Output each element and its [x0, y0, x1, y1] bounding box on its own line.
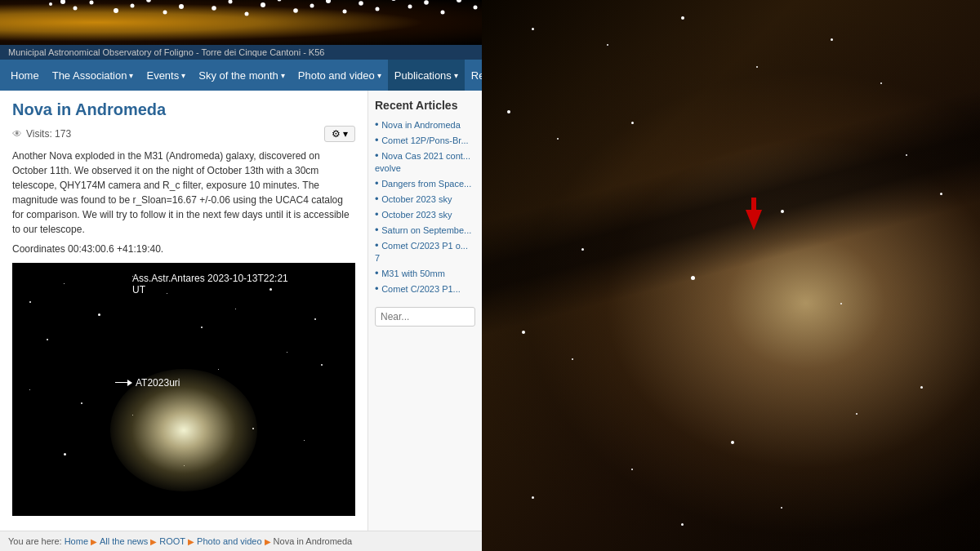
right-panel: [482, 0, 980, 551]
nav-bar: Home The Association ▾ Events ▾ Sky of t…: [0, 60, 482, 91]
meta-row: 👁 Visits: 173 ⚙ ▾: [12, 126, 355, 142]
list-item: Nova in Andromeda: [375, 118, 475, 131]
nav-home[interactable]: Home: [4, 60, 46, 91]
image-label: Ass.Astr.Antares 2023-10-13T22:21 UT: [132, 273, 304, 295]
sidebar: Recent Articles Nova in Andromeda Comet …: [368, 91, 482, 531]
red-arrow-icon: [746, 210, 762, 230]
list-item: Nova Cas 2021 cont... evolve: [375, 149, 475, 174]
rstar: [731, 441, 734, 444]
article-link-6[interactable]: Saturn on Septembe...: [381, 225, 471, 235]
star: [235, 309, 236, 309]
rstar: [906, 154, 907, 156]
breadcrumb-home[interactable]: Home: [65, 536, 88, 546]
nav-sky-arrow: ▾: [281, 71, 285, 80]
star: [47, 339, 48, 340]
rstar: [856, 413, 858, 415]
recent-articles-list: Nova in Andromeda Comet 12P/Pons-Br... N…: [375, 118, 475, 295]
nova-arrow-icon: [115, 382, 131, 383]
star: [98, 313, 100, 316]
article-link-9[interactable]: Comet C/2023 P1...: [381, 284, 461, 294]
site-subtitle-text: Municipal Astronomical Observatory of Fo…: [8, 47, 324, 57]
main-content: Nova in Andromeda 👁 Visits: 173 ⚙ ▾ Anot…: [0, 91, 368, 531]
list-item: Saturn on Septembe...: [375, 224, 475, 236]
nav-research[interactable]: Research ▾: [465, 60, 482, 91]
nav-photo[interactable]: Photo and video ▾: [292, 60, 388, 91]
rstar: [557, 138, 559, 140]
rstar: [607, 44, 608, 46]
rstar: [781, 210, 784, 213]
rstar: [532, 28, 534, 30]
star: [64, 453, 66, 455]
star: [64, 283, 65, 284]
nav-association-arrow: ▾: [129, 71, 133, 80]
header-image: [0, 0, 482, 45]
rstar: [522, 331, 525, 334]
article-link-3[interactable]: Dangers from Space...: [381, 179, 471, 189]
star: [201, 327, 203, 328]
list-item: Comet C/2023 P1 o... 7: [375, 239, 475, 264]
content-area: Nova in Andromeda 👁 Visits: 173 ⚙ ▾ Anot…: [0, 91, 482, 531]
star: [314, 318, 316, 320]
list-item: Comet C/2023 P1...: [375, 282, 475, 295]
nav-association[interactable]: The Association ▾: [46, 60, 140, 91]
rstar: [631, 122, 634, 124]
list-item: Dangers from Space...: [375, 177, 475, 189]
list-item: October 2023 sky: [375, 193, 475, 205]
list-item: October 2023 sky: [375, 208, 475, 220]
article-body: Another Nova exploded in the M31 (Androm…: [12, 149, 355, 237]
article-link-0[interactable]: Nova in Andromeda: [381, 120, 461, 130]
gear-button[interactable]: ⚙ ▾: [324, 126, 355, 142]
rstar: [691, 276, 695, 280]
star: [29, 301, 31, 303]
breadcrumb-photo[interactable]: Photo and video: [197, 536, 262, 546]
nova-indicator: [746, 210, 762, 230]
article-link-2[interactable]: Nova Cas 2021 cont... evolve: [375, 151, 470, 173]
list-item: M31 with 50mm: [375, 267, 475, 279]
star: [321, 364, 323, 366]
rstar: [581, 248, 584, 251]
article-link-4[interactable]: October 2023 sky: [381, 194, 452, 204]
nova-label: AT2023uri: [115, 377, 180, 389]
breadcrumb-label: You are here:: [8, 536, 62, 546]
article-link-7[interactable]: Comet C/2023 P1 o... 7: [375, 241, 468, 263]
rstar: [532, 496, 534, 499]
nav-publications[interactable]: Publications ▾: [388, 60, 465, 91]
sidebar-title: Recent Articles: [375, 99, 475, 112]
eye-icon: 👁: [12, 128, 22, 140]
nav-events-arrow: ▾: [181, 71, 185, 80]
nav-photo-arrow: ▾: [377, 71, 381, 80]
star: [29, 389, 30, 390]
rstar: [781, 507, 782, 509]
visits-count: Visits: 173: [26, 128, 71, 140]
bc-sep-1: ▶: [91, 537, 97, 546]
nav-events[interactable]: Events ▾: [140, 60, 192, 91]
article-link-1[interactable]: Comet 12P/Pons-Br...: [381, 136, 468, 145]
breadcrumb-root[interactable]: ROOT: [159, 536, 185, 546]
breadcrumb-current: Nova in Andromeda: [274, 536, 353, 546]
rstar: [756, 66, 758, 68]
right-photo: [482, 0, 980, 551]
bc-sep-3: ▶: [188, 537, 194, 546]
nav-publications-arrow: ▾: [454, 71, 458, 80]
rstar: [572, 358, 573, 360]
list-item: Comet 12P/Pons-Br...: [375, 134, 475, 146]
coordinates: Coordinates 00:43:00.6 +41:19:40.: [12, 243, 355, 255]
article-link-8[interactable]: M31 with 50mm: [381, 269, 445, 278]
bc-sep-2: ▶: [150, 537, 157, 546]
page-title: Nova in Andromeda: [12, 100, 355, 119]
article-link-5[interactable]: October 2023 sky: [381, 210, 452, 220]
visits-info: 👁 Visits: 173: [12, 128, 71, 140]
star: [304, 440, 305, 441]
rstar: [507, 110, 510, 113]
breadcrumb-allnews[interactable]: All the news: [100, 536, 148, 546]
breadcrumb: You are here: Home ▶ All the news ▶ ROOT…: [0, 531, 482, 551]
nav-sky[interactable]: Sky of the month ▾: [192, 60, 292, 91]
left-panel: Municipal Astronomical Observatory of Fo…: [0, 0, 482, 551]
bc-sep-4: ▶: [265, 537, 271, 546]
site-subtitle: Municipal Astronomical Observatory of Fo…: [0, 45, 482, 60]
rstar: [920, 386, 923, 389]
star: [81, 402, 82, 404]
astro-image: Ass.Astr.Antares 2023-10-13T22:21 UT AT2…: [12, 263, 355, 516]
rstar: [631, 469, 633, 470]
search-input[interactable]: [375, 307, 475, 327]
